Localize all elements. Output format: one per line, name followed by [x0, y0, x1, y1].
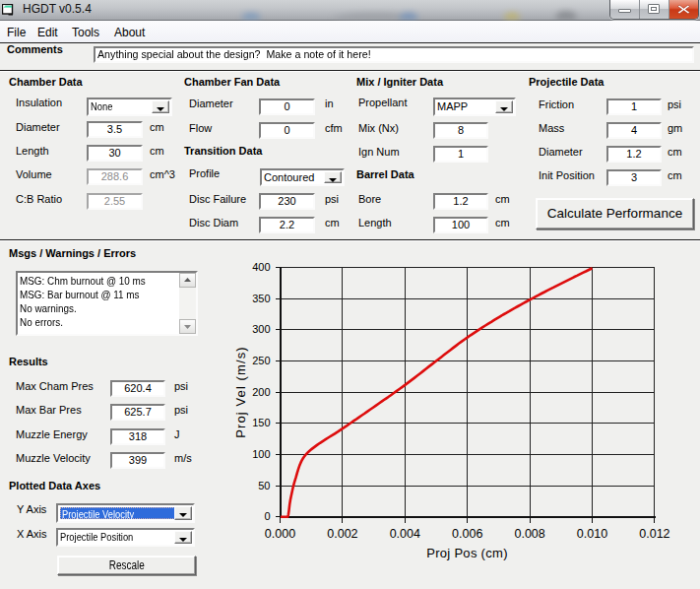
svg-text:0: 0 — [264, 510, 270, 522]
svg-text:50: 50 — [258, 480, 270, 491]
svg-text:200: 200 — [252, 386, 270, 398]
svg-text:Proj Pos (cm): Proj Pos (cm) — [426, 546, 508, 560]
svg-text:400: 400 — [252, 261, 270, 273]
svg-text:350: 350 — [252, 293, 270, 304]
svg-text:0.008: 0.008 — [514, 527, 544, 541]
svg-text:0.000: 0.000 — [265, 527, 295, 541]
svg-text:0.002: 0.002 — [327, 527, 357, 541]
svg-text:150: 150 — [252, 417, 270, 428]
svg-text:0.006: 0.006 — [452, 527, 482, 541]
svg-text:250: 250 — [252, 355, 270, 366]
svg-text:0.010: 0.010 — [577, 527, 607, 541]
svg-text:Proj Vel (m/s): Proj Vel (m/s) — [233, 346, 248, 437]
svg-text:300: 300 — [252, 323, 270, 335]
svg-text:0.012: 0.012 — [639, 527, 669, 541]
svg-text:0.004: 0.004 — [390, 527, 420, 541]
svg-text:100: 100 — [252, 448, 270, 460]
